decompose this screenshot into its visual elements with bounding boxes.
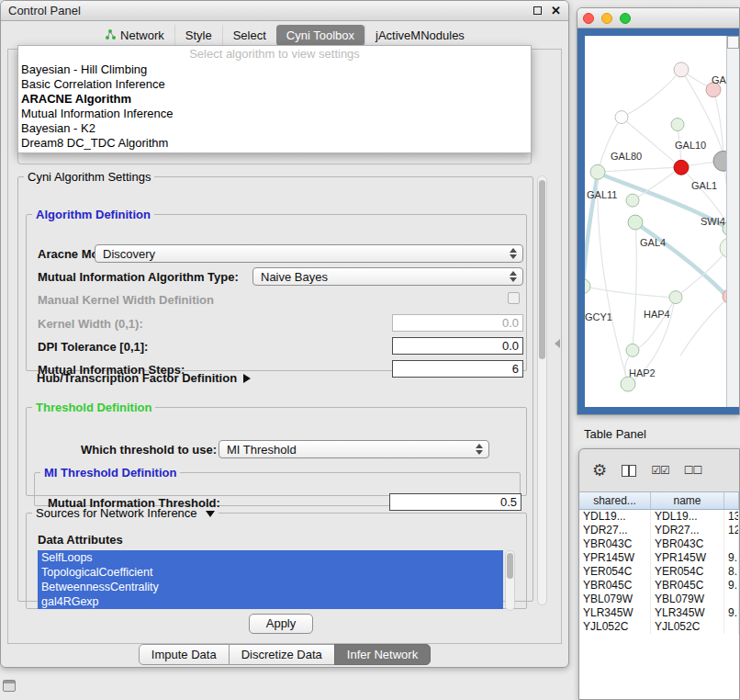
node-label: HAP2 [629, 367, 656, 378]
aracne-mode-select[interactable]: Discovery [95, 244, 523, 263]
apply-button[interactable]: Apply [249, 614, 313, 634]
minimize-window-icon[interactable] [601, 13, 612, 24]
network-node[interactable] [626, 194, 639, 207]
tab-jactivemnodules[interactable]: jActiveMNodules [364, 25, 475, 46]
which-threshold-select[interactable]: MI Threshold [219, 440, 489, 458]
algorithm-option[interactable]: Dream8 DC_TDC Algorithm [18, 136, 531, 151]
network-view-frame: GALGAL80GAL10GAL11GAL1SWI4GAL4GCY1HAP4HA… [577, 28, 739, 414]
algorithm-option[interactable]: Bayesian - K2 [18, 121, 531, 136]
tab-cyni-toolbox[interactable]: Cyni Toolbox [276, 25, 364, 46]
zoom-window-icon[interactable] [620, 13, 631, 24]
desktop: { "control_panel": { "title": "Control P… [0, 0, 740, 700]
dpi-tolerance-input[interactable]: 0.0 [392, 337, 523, 355]
kernel-width-label: Kernel Width (0,1): [38, 317, 143, 331]
table-row[interactable]: YDL19...YDL19...13 [579, 510, 739, 524]
attribute-item[interactable]: TopologicalCoefficient [38, 565, 503, 580]
threshold-definition-group: Threshold Definition Which threshold to … [26, 401, 527, 496]
table-row[interactable]: YBL079WYBL079W [579, 593, 739, 606]
attribute-item[interactable]: SelfLoops [38, 550, 503, 565]
network-tab-icon [105, 29, 116, 40]
select-columns-icon[interactable] [622, 465, 636, 477]
network-node[interactable] [628, 215, 643, 230]
close-panel-icon[interactable]: ✕ [551, 5, 561, 17]
table-row[interactable]: YBR045CYBR045C9. [579, 579, 739, 593]
hub-definition-toggle[interactable]: Hub/Transcription Factor Definition [37, 371, 251, 385]
algorithm-dropdown-popup: Select algorithm to view settings Bayesi… [17, 45, 532, 153]
dpi-tolerance-label: DPI Tolerance [0,1]: [38, 340, 148, 354]
network-node[interactable] [674, 160, 689, 175]
table-row[interactable]: YJL052CYJL052C [579, 620, 739, 634]
table-row[interactable]: YDR27...YDR27...12 [579, 524, 739, 537]
network-node[interactable] [621, 377, 635, 391]
network-window-titlebar[interactable] [577, 8, 739, 28]
table-panel-window: ⚙ ☑☑ ☐☐ shared... name YDL19...YDL19...1… [578, 448, 740, 700]
tab-infer-network[interactable]: Infer Network [334, 644, 431, 665]
control-panel-titlebar[interactable]: Control Panel ✕ [1, 1, 568, 21]
table-row[interactable]: YPR145WYPR145W9. [579, 551, 739, 565]
deselect-all-icon[interactable]: ☐☐ [684, 464, 702, 477]
tab-discretize-data[interactable]: Discretize Data [229, 644, 335, 665]
tab-style[interactable]: Style [174, 25, 222, 46]
table-row[interactable]: YBR043CYBR043C [579, 537, 739, 551]
node-label: GAL4 [640, 237, 666, 248]
algorithm-definition-group: Algorithm Definition Aracne Mode: Discov… [26, 208, 527, 371]
expand-right-icon [243, 374, 251, 383]
dropdown-hint: Select algorithm to view settings [18, 46, 531, 62]
control-panel-tabs: Network Style Select Cyni Toolbox jActiv… [1, 23, 568, 47]
panel-collapse-handle[interactable] [555, 339, 560, 348]
gear-icon[interactable]: ⚙ [592, 462, 607, 479]
sources-toggle[interactable]: Sources for Network Inference [32, 506, 219, 520]
network-node[interactable] [585, 279, 590, 294]
node-label: GAL10 [675, 140, 706, 151]
attribute-item[interactable]: BetweennessCentrality [38, 580, 503, 594]
network-node[interactable] [626, 344, 639, 356]
kernel-width-input: 0.0 [392, 314, 523, 332]
tab-impute-data[interactable]: Impute Data [139, 644, 230, 665]
mi-steps-input[interactable]: 6 [392, 360, 523, 378]
mi-type-select[interactable]: Naive Bayes [252, 267, 523, 286]
cytopanel-dock-icon[interactable] [3, 680, 16, 692]
data-attributes-label: Data Attributes [38, 533, 123, 547]
select-all-icon[interactable]: ☑☑ [651, 464, 669, 477]
network-node[interactable] [674, 62, 689, 77]
cyni-algorithm-settings-group: Cyni Algorithm Settings Algorithm Defini… [17, 170, 533, 602]
attributes-scrollbar[interactable] [505, 550, 515, 611]
column-header-name[interactable]: name [651, 492, 724, 509]
algorithm-option[interactable]: Mutual Information Inference [18, 107, 531, 121]
network-node[interactable] [669, 291, 682, 304]
mi-threshold-group-title: MI Threshold Definition [40, 466, 180, 480]
algorithm-definition-title: Algorithm Definition [32, 208, 154, 221]
close-window-icon[interactable] [583, 13, 594, 24]
manual-kernel-checkbox [508, 292, 520, 304]
node-label: GAL11 [587, 189, 617, 200]
attribute-item[interactable]: gal4RGexp [38, 594, 503, 609]
tab-network[interactable]: Network [95, 25, 174, 46]
algorithm-option[interactable]: Bayesian - Hill Climbing [18, 62, 531, 77]
network-node[interactable] [615, 111, 628, 124]
scrollbar-button[interactable] [727, 36, 739, 49]
node-table: shared... name YDL19...YDL19...13 YDR27.… [579, 491, 739, 699]
table-row[interactable]: YER054CYER054C8. [579, 565, 739, 579]
mi-type-label: Mutual Information Algorithm Type: [38, 270, 239, 284]
node-label: SWI4 [701, 216, 725, 227]
network-node[interactable] [671, 119, 684, 131]
table-panel-title: Table Panel [584, 427, 646, 441]
network-scrollbar[interactable] [726, 36, 739, 407]
column-header-extra[interactable] [724, 492, 739, 509]
table-row[interactable]: YLR345WYLR345W9. [579, 606, 739, 620]
control-panel-window: Control Panel ✕ Network Style Select Cyn… [0, 0, 569, 668]
algorithm-option[interactable]: Basic Correlation Inference [18, 77, 531, 92]
table-toolbar: ⚙ ☑☑ ☐☐ [592, 455, 701, 486]
tab-select[interactable]: Select [222, 25, 276, 46]
settings-scrollbar[interactable] [537, 175, 547, 605]
collapse-down-icon [206, 511, 215, 517]
algorithm-option-selected[interactable]: ARACNE Algorithm [18, 92, 531, 107]
sources-group: Sources for Network Inference Data Attri… [26, 506, 527, 609]
algorithm-combobox-partial[interactable] [17, 153, 532, 164]
network-node[interactable] [590, 164, 605, 179]
node-label: HAP4 [644, 310, 670, 321]
network-canvas[interactable]: GALGAL80GAL10GAL11GAL1SWI4GAL4GCY1HAP4HA… [585, 36, 728, 407]
bottom-tab-bar: Impute Data Discretize Data Infer Networ… [1, 644, 568, 665]
float-panel-icon[interactable] [533, 6, 542, 15]
column-header-shared-name[interactable]: shared... [579, 492, 651, 509]
